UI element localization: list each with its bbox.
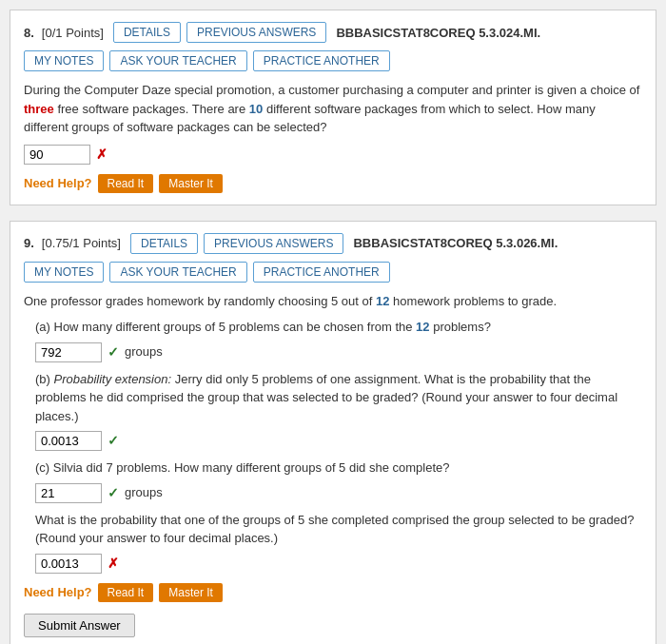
q9-sub-b-italic: Probability extension: [54,372,172,386]
q9-sub-a-highlight: 12 [416,320,429,334]
q9-sub-c-unit: groups [125,483,163,502]
q9-sub-c-label: (c) Silvia did 7 problems. How many diff… [35,460,449,475]
q9-submit-row: Submit Answer [24,614,642,637]
question-8-header: 8. [0/1 Points] DETAILS PREVIOUS ANSWERS… [24,22,642,43]
q9-last-question: What is the probability that one of the … [35,511,642,574]
question-9-block: 9. [0.75/1 Points] DETAILS PREVIOUS ANSW… [10,221,656,645]
q8-need-help-row: Need Help? Read It Master It [24,174,642,193]
q9-submit-button[interactable]: Submit Answer [24,614,135,637]
q9-master-it-button[interactable]: Master It [159,583,223,602]
q8-body-text1: During the Computer Daze special promoti… [24,83,639,97]
q9-last-input[interactable] [35,554,102,574]
q8-wrong-icon: ✗ [96,146,108,162]
q8-details-button[interactable]: DETAILS [113,22,181,43]
q9-sub-a-input[interactable] [35,342,102,362]
q9-details-button[interactable]: DETAILS [130,233,198,254]
q9-sub-a: (a) How many different groups of 5 probl… [35,318,642,362]
q8-previous-answers-button[interactable]: PREVIOUS ANSWERS [186,22,326,43]
q9-read-it-button[interactable]: Read It [98,583,154,602]
q8-body: During the Computer Daze special promoti… [24,81,642,137]
q9-intro-rest: homework problems to grade. [393,294,557,308]
q9-last-text: What is the probability that one of the … [35,513,634,546]
q8-body-text2: free software packages. There are [57,102,245,116]
q9-action-buttons: MY NOTES ASK YOUR TEACHER PRACTICE ANOTH… [24,262,642,283]
page-container: 8. [0/1 Points] DETAILS PREVIOUS ANSWERS… [0,0,666,644]
q9-points: [0.75/1 Points] [42,236,121,250]
q8-points: [0/1 Points] [42,26,104,40]
q8-master-it-button[interactable]: Master It [159,174,223,193]
q8-my-notes-button[interactable]: MY NOTES [24,50,104,71]
question-9-header: 9. [0.75/1 Points] DETAILS PREVIOUS ANSW… [24,233,642,254]
q8-read-it-button[interactable]: Read It [98,174,154,193]
q8-need-help-label: Need Help? [24,176,92,190]
q9-previous-answers-button[interactable]: PREVIOUS ANSWERS [204,233,343,254]
q9-intro-highlight: 12 [376,294,389,308]
q9-sub-b: (b) Probability extension: Jerry did onl… [35,370,642,452]
q9-number: 9. [24,236,34,250]
q9-need-help-row: Need Help? Read It Master It [24,583,642,602]
q8-number: 8. [24,26,34,40]
q8-highlight-blue: 10 [249,102,263,116]
q8-ask-teacher-button[interactable]: ASK YOUR TEACHER [109,50,246,71]
q9-sub-b-check-icon: ✓ [108,431,119,451]
q8-action-buttons: MY NOTES ASK YOUR TEACHER PRACTICE ANOTH… [24,50,642,71]
q9-sub-c-input[interactable] [35,483,102,503]
q8-practice-another-button[interactable]: PRACTICE ANOTHER [253,50,390,71]
question-8-block: 8. [0/1 Points] DETAILS PREVIOUS ANSWERS… [10,10,656,205]
q9-sub-a-answer-row: ✓ groups [35,342,642,362]
q8-highlight-red: three [24,102,54,116]
q9-sub-b-label: (b) Probability extension: Jerry did onl… [35,372,617,423]
q9-sub-c: (c) Silvia did 7 problems. How many diff… [35,459,642,503]
q9-last-answer-row: ✗ [35,554,642,574]
q9-sub-b-answer-row: ✓ [35,431,642,451]
q9-intro-text: One professor grades homework by randoml… [24,294,372,308]
q9-practice-another-button[interactable]: PRACTICE ANOTHER [253,262,390,283]
q9-sub-c-check-icon: ✓ [108,483,119,503]
q9-last-wrong-icon: ✗ [108,554,119,574]
q9-sub-c-answer-row: ✓ groups [35,483,642,503]
q9-sub-a-unit: groups [125,342,163,361]
q9-my-notes-button[interactable]: MY NOTES [24,262,104,283]
q8-answer-input[interactable] [24,145,90,165]
q9-intro: One professor grades homework by randoml… [24,292,642,311]
q9-ask-teacher-button[interactable]: ASK YOUR TEACHER [109,262,246,283]
q9-sub-a-check-icon: ✓ [108,342,119,362]
q9-course-code: BBBASICSTAT8COREQ 5.3.026.MI. [353,236,558,250]
q8-course-code: BBBASICSTAT8COREQ 5.3.024.MI. [336,26,540,40]
q9-need-help-label: Need Help? [24,585,92,599]
q9-sub-a-label: (a) How many different groups of 5 probl… [35,320,491,334]
q9-sub-b-input[interactable] [35,431,102,451]
q8-answer-row: ✗ [24,145,642,165]
